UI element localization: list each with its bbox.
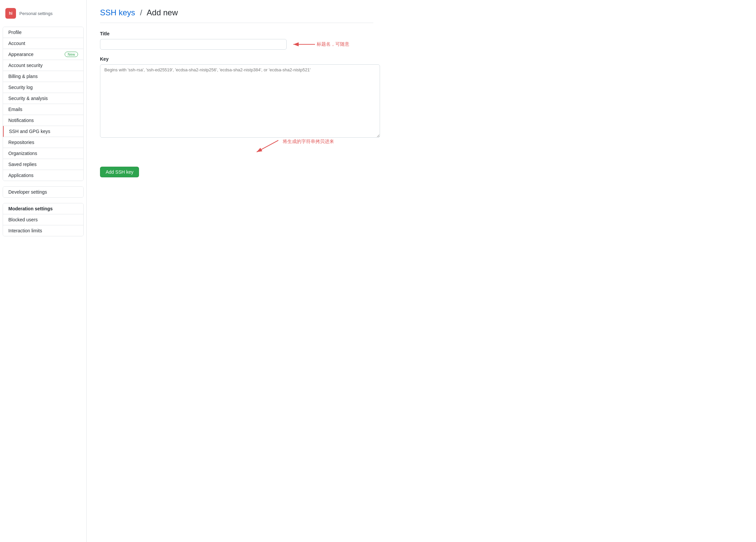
main-content: SSH keys / Add new Title bbox=[87, 0, 387, 542]
submit-section: Add SSH key bbox=[100, 165, 373, 177]
sidebar-item-profile[interactable]: Profile bbox=[3, 27, 83, 38]
appearance-badge: New bbox=[65, 52, 78, 57]
personal-settings-label: Personal settings bbox=[19, 11, 53, 16]
key-form-section: Key 将生成的字符串拷贝进来 bbox=[100, 56, 373, 139]
title-label: Title bbox=[100, 31, 373, 36]
sidebar-item-notifications[interactable]: Notifications bbox=[3, 115, 83, 126]
key-label: Key bbox=[100, 56, 373, 62]
sidebar: hi Personal settings Profile Account App… bbox=[0, 0, 87, 542]
page-title: SSH keys / Add new bbox=[100, 8, 178, 17]
avatar: hi bbox=[5, 8, 16, 19]
sidebar-item-security-analysis[interactable]: Security & analysis bbox=[3, 93, 83, 104]
title-input[interactable] bbox=[100, 39, 287, 50]
key-annotation-text: 将生成的字符串拷贝进来 bbox=[283, 139, 334, 145]
sidebar-item-emails[interactable]: Emails bbox=[3, 104, 83, 115]
moderation-settings-group: Moderation settings Blocked users Intera… bbox=[3, 203, 84, 236]
svg-line-3 bbox=[257, 140, 278, 152]
sidebar-item-account[interactable]: Account bbox=[3, 38, 83, 49]
key-annotation-arrow bbox=[253, 139, 280, 155]
sidebar-header: hi Personal settings bbox=[0, 5, 86, 24]
page-header: SSH keys / Add new bbox=[100, 8, 373, 23]
add-ssh-key-button[interactable]: Add SSH key bbox=[100, 167, 139, 177]
page-title-text: Add new bbox=[147, 8, 178, 17]
sidebar-item-interaction-limits[interactable]: Interaction limits bbox=[3, 225, 83, 236]
sidebar-item-account-security[interactable]: Account security bbox=[3, 60, 83, 71]
sidebar-main-group: Profile Account Appearance New Account s… bbox=[3, 27, 84, 181]
title-annotation-text: 标题名，可随意 bbox=[317, 41, 349, 47]
sidebar-item-security-log[interactable]: Security log bbox=[3, 82, 83, 93]
sidebar-item-developer-settings[interactable]: Developer settings bbox=[3, 187, 83, 197]
sidebar-item-repositories[interactable]: Repositories bbox=[3, 137, 83, 148]
title-form-section: Title 标题名，可随意 bbox=[100, 31, 373, 50]
developer-settings-group: Developer settings bbox=[3, 186, 84, 198]
sidebar-item-ssh-gpg-keys[interactable]: SSH and GPG keys bbox=[3, 126, 83, 137]
title-annotation-arrow bbox=[290, 40, 317, 48]
moderation-settings-header: Moderation settings bbox=[3, 203, 83, 214]
breadcrumb-link[interactable]: SSH keys bbox=[100, 8, 135, 17]
sidebar-item-billing[interactable]: Billing & plans bbox=[3, 71, 83, 82]
sidebar-item-saved-replies[interactable]: Saved replies bbox=[3, 159, 83, 170]
sidebar-item-organizations[interactable]: Organizations bbox=[3, 148, 83, 159]
sidebar-item-blocked-users[interactable]: Blocked users bbox=[3, 214, 83, 225]
sidebar-item-appearance[interactable]: Appearance New bbox=[3, 49, 83, 60]
key-textarea[interactable] bbox=[100, 64, 380, 138]
sidebar-item-applications[interactable]: Applications bbox=[3, 170, 83, 181]
breadcrumb-separator: / bbox=[140, 8, 142, 17]
